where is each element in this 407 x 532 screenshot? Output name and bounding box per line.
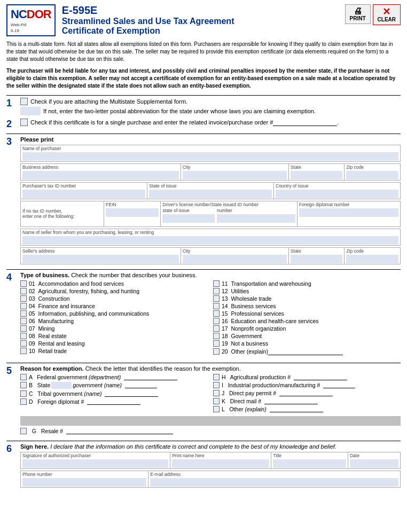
header: NCDOR Web-Fill 6-19 E-595E Streamlined S… bbox=[6, 4, 401, 36]
seller-state-cell: State bbox=[289, 248, 345, 264]
exempt-state-box-B[interactable] bbox=[51, 382, 72, 389]
biz-checkbox-10[interactable] bbox=[20, 348, 27, 354]
biz-label-02: Agricultural, forestry, fishing, and hun… bbox=[38, 288, 140, 294]
biz-checkbox-02[interactable] bbox=[20, 288, 27, 294]
biz-checkbox-15[interactable] bbox=[213, 310, 220, 317]
biz-checkbox-07[interactable] bbox=[20, 325, 27, 332]
biz-checkbox-13[interactable] bbox=[213, 295, 220, 302]
section5-content: Reason for exemption. Check the letter t… bbox=[20, 365, 401, 437]
exempt-field-K[interactable] bbox=[264, 398, 318, 404]
dl-state-value[interactable] bbox=[162, 214, 215, 223]
seller-zip-value[interactable] bbox=[346, 255, 398, 263]
biz-checkbox-06[interactable] bbox=[20, 318, 27, 324]
biz-19: 19 Not a business bbox=[213, 340, 401, 347]
biz-checkbox-16[interactable] bbox=[213, 318, 220, 324]
exempt-checkbox-L[interactable] bbox=[213, 406, 220, 412]
section2-checkbox[interactable] bbox=[20, 119, 28, 126]
exempt-checkbox-D[interactable] bbox=[20, 398, 27, 405]
biz-label-04: Finance and insurance bbox=[38, 303, 95, 309]
zip-value[interactable] bbox=[346, 171, 398, 179]
dor-text: DOR bbox=[27, 7, 51, 21]
signature-value[interactable] bbox=[22, 459, 168, 468]
fein-value[interactable] bbox=[106, 208, 159, 217]
title-value[interactable] bbox=[273, 459, 346, 468]
exempt-checkbox-J[interactable] bbox=[213, 390, 220, 396]
biz-checkbox-08[interactable] bbox=[20, 333, 27, 339]
section-1: 1 Check if you are attaching the Multist… bbox=[6, 98, 401, 115]
exempt-checkbox-I[interactable] bbox=[213, 382, 220, 388]
exempt-field-J[interactable] bbox=[279, 390, 333, 396]
seller-address-label: Seller's address bbox=[22, 248, 179, 254]
section4-header: Type of business. Check the number that … bbox=[20, 272, 401, 278]
exempt-field-L[interactable] bbox=[270, 406, 323, 412]
city-value[interactable] bbox=[183, 171, 287, 179]
biz-checkbox-01[interactable] bbox=[20, 280, 27, 287]
state-value[interactable] bbox=[291, 171, 343, 179]
exempt-field-C[interactable] bbox=[105, 390, 158, 397]
exempt-checkbox-A[interactable] bbox=[20, 374, 27, 380]
section4-row: 4 Type of business. Check the number tha… bbox=[6, 272, 401, 359]
exempt-checkbox-C[interactable] bbox=[20, 390, 27, 397]
biz-checkbox-19[interactable] bbox=[213, 340, 220, 347]
biz-checkbox-14[interactable] bbox=[213, 303, 220, 309]
biz-checkbox-18[interactable] bbox=[213, 333, 220, 339]
print-name-value[interactable] bbox=[172, 459, 269, 468]
business-address-value[interactable] bbox=[22, 171, 179, 179]
biz-18: 18 Government bbox=[213, 333, 401, 339]
seller-name-value[interactable] bbox=[22, 236, 398, 245]
dl-num-value[interactable] bbox=[217, 214, 295, 223]
section2-row: 2 Check if this certificate is for a sin… bbox=[6, 119, 401, 130]
biz-05: 05 Information, publishing, and communic… bbox=[20, 310, 208, 317]
print-name-label: Print name here bbox=[172, 453, 269, 458]
biz-checkbox-20[interactable] bbox=[213, 348, 220, 355]
exempt-field-H[interactable] bbox=[294, 374, 347, 380]
country-label: Country of issue bbox=[276, 183, 398, 189]
taxid-label: Purchaser's tax ID number bbox=[22, 183, 145, 189]
notice-regular: This is a multi-state form. Not all stat… bbox=[6, 41, 401, 63]
section1-state-label: If not, enter the two-letter postal abbr… bbox=[43, 108, 316, 114]
zip-cell: Zip code bbox=[345, 164, 400, 180]
biz-label-09: Rental and leasing bbox=[38, 340, 85, 347]
biz-checkbox-12[interactable] bbox=[213, 288, 220, 294]
section-2: 2 Check if this certificate is for a sin… bbox=[6, 119, 401, 130]
seller-city-value[interactable] bbox=[183, 255, 287, 263]
section1-checkbox1[interactable] bbox=[20, 98, 28, 105]
print-button[interactable]: 🖨 PRINT bbox=[345, 4, 371, 24]
seller-name-label: Name of seller from whom you are purchas… bbox=[22, 230, 398, 235]
exempt-checkbox-G[interactable] bbox=[20, 428, 27, 434]
seller-state-value[interactable] bbox=[291, 255, 343, 263]
date-cell: Date bbox=[348, 452, 400, 468]
biz-12: 12 Utilities bbox=[213, 288, 401, 294]
clear-button[interactable]: ✕ CLEAR bbox=[373, 4, 401, 25]
biz-checkbox-09[interactable] bbox=[20, 340, 27, 347]
country-value[interactable] bbox=[276, 190, 398, 198]
section2-invoice-field[interactable] bbox=[273, 119, 337, 126]
taxid-value[interactable] bbox=[22, 190, 145, 198]
exempt-checkbox-K[interactable] bbox=[213, 398, 220, 404]
biz-checkbox-04[interactable] bbox=[20, 303, 27, 309]
purchaser-name-row: Name of purchaser bbox=[21, 145, 400, 161]
biz-checkbox-03[interactable] bbox=[20, 295, 27, 302]
exempt-checkbox-H[interactable] bbox=[213, 374, 220, 380]
email-value[interactable] bbox=[150, 478, 398, 487]
section1-state-box[interactable] bbox=[20, 107, 41, 115]
seller-address-value[interactable] bbox=[22, 255, 179, 263]
biz-checkbox-05[interactable] bbox=[20, 310, 27, 317]
biz-checkbox-17[interactable] bbox=[213, 325, 220, 332]
diplomat-value[interactable] bbox=[299, 208, 398, 217]
biz-other-field[interactable] bbox=[268, 348, 343, 355]
biz-checkbox-11[interactable] bbox=[213, 280, 220, 287]
state-of-issue-value[interactable] bbox=[149, 190, 272, 198]
business-col-right: 11 Transportation and warehousing 12 Uti… bbox=[213, 280, 401, 356]
phone-value[interactable] bbox=[22, 478, 146, 487]
exempt-field-B[interactable] bbox=[125, 382, 157, 388]
date-value[interactable] bbox=[350, 459, 398, 468]
exempt-field-A[interactable] bbox=[124, 374, 177, 380]
exempt-checkbox-B[interactable] bbox=[20, 382, 27, 388]
exempt-field-I[interactable] bbox=[323, 382, 355, 388]
section5-row: 5 Reason for exemption. Check the letter… bbox=[6, 365, 401, 437]
exempt-field-D[interactable] bbox=[87, 398, 140, 405]
exempt-field-G[interactable] bbox=[66, 428, 173, 434]
dl-num-label: number bbox=[217, 208, 295, 213]
purchaser-name-value[interactable] bbox=[22, 152, 398, 161]
